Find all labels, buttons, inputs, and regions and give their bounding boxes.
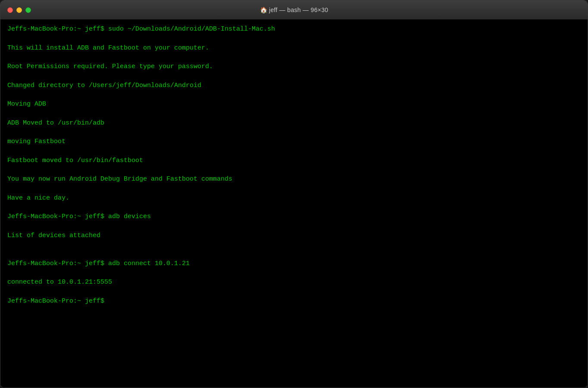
- minimize-button[interactable]: [16, 7, 22, 13]
- terminal-line: This will install ADB and Fastboot on yo…: [7, 44, 581, 53]
- terminal-line: Jeffs-MacBook-Pro:~ jeff$ adb devices: [7, 212, 581, 222]
- terminal-line: Root Permissions required. Please type y…: [7, 62, 581, 72]
- close-button[interactable]: [7, 7, 13, 13]
- titlebar: 🏠 jeff — bash — 96×30: [0, 0, 588, 19]
- terminal-line: Jeffs-MacBook-Pro:~ jeff$ adb connect 10…: [7, 259, 581, 269]
- terminal-line: You may now run Android Debug Bridge and…: [7, 175, 581, 184]
- terminal-line: Jeffs-MacBook-Pro:~ jeff$ sudo ~/Downloa…: [7, 25, 581, 34]
- terminal-line: connected to 10.0.1.21:5555: [7, 278, 581, 287]
- maximize-button[interactable]: [25, 7, 31, 13]
- terminal-window: 🏠 jeff — bash — 96×30 Jeffs-MacBook-Pro:…: [0, 0, 588, 388]
- terminal-line: Fastboot moved to /usr/bin/fastboot: [7, 156, 581, 166]
- window-title: 🏠 jeff — bash — 96×30: [260, 6, 328, 13]
- terminal-line: moving Fastboot: [7, 137, 581, 147]
- terminal-line: Have a nice day.: [7, 194, 581, 203]
- terminal-body[interactable]: Jeffs-MacBook-Pro:~ jeff$ sudo ~/Downloa…: [0, 19, 588, 388]
- terminal-line: ADB Moved to /usr/bin/adb: [7, 119, 581, 128]
- traffic-lights: [7, 7, 31, 13]
- terminal-line: Moving ADB: [7, 100, 581, 109]
- terminal-prompt: Jeffs-MacBook-Pro:~ jeff$: [7, 297, 581, 306]
- terminal-line: List of devices attached: [7, 231, 581, 241]
- terminal-line: Changed directory to /Users/jeff/Downloa…: [7, 81, 581, 91]
